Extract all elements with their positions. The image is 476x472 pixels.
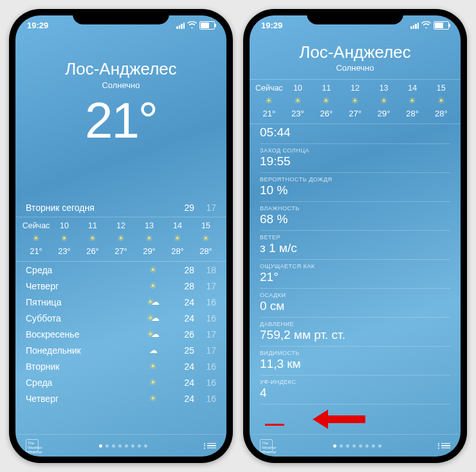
sun-icon: ☀ [135, 233, 163, 243]
condition: Солнечно [15, 80, 226, 90]
day-name: Суббота [26, 313, 134, 323]
hour-cell: 13☀29° [369, 84, 398, 118]
detail-label: ВЕРОЯТНОСТЬ ДОЖДЯ [260, 176, 450, 183]
day-low: 17 [194, 329, 216, 340]
day-name: Среда [26, 265, 134, 275]
day-high: 24 [172, 361, 194, 372]
day-high: 28 [172, 265, 194, 275]
detail-value: 0 см [260, 299, 450, 313]
detail-value: 4 [260, 386, 450, 400]
hour-temp: 29° [369, 109, 398, 118]
sun-icon: ☀ [255, 96, 284, 105]
detail-value: 21° [260, 270, 450, 284]
hour-cell: Сейчас☀21° [255, 84, 284, 118]
day-icon: ☁ [134, 345, 172, 355]
city-name: Лос-Анджелес [250, 42, 461, 62]
daily-row: Среда☀2818 [26, 262, 216, 278]
weather-channel-icon[interactable]: The Weather Channel [26, 439, 39, 452]
daily-row: Пятница☀☁2416 [26, 294, 216, 310]
hour-label: 14 [163, 221, 192, 230]
day-low: 16 [194, 394, 216, 404]
hour-temp: 27° [107, 246, 135, 256]
phone-right: 19:29 Лос-Анджелес Солнечно Сейчас☀21°10… [243, 9, 467, 463]
day-name: Вторник [26, 361, 134, 372]
day-name: Пятница [26, 297, 134, 307]
page-dots[interactable] [99, 444, 147, 448]
daily-row: Четверг☀2817 [26, 278, 216, 294]
sun-icon: ☀ [398, 96, 427, 105]
detail-label: ДАВЛЕНИЕ [260, 321, 450, 327]
current-temperature: 21° [15, 91, 226, 150]
detail-value: 10 % [260, 183, 450, 197]
day-name: Воскресенье [26, 329, 134, 340]
day-low: 16 [194, 361, 216, 372]
page-dots[interactable] [333, 444, 381, 448]
sun-icon: ☀ [163, 233, 192, 243]
detail-list[interactable]: 05:44 ЗАХОД СОЛНЦА19:55ВЕРОЯТНОСТЬ ДОЖДЯ… [250, 124, 461, 404]
hour-temp: 23° [50, 246, 78, 256]
annotation-underline [265, 424, 284, 426]
hour-temp: 28° [398, 109, 427, 118]
today-low: 17 [194, 203, 216, 213]
hour-label: 12 [107, 221, 135, 230]
sun-icon: ☀ [341, 96, 370, 105]
day-low: 18 [194, 265, 216, 275]
weather-screen-main[interactable]: 19:29 Лос-Анджелес Солнечно 21° Вторник … [15, 15, 226, 457]
detail-value: 68 % [260, 212, 450, 226]
detail-label: ОСАДКИ [260, 292, 450, 298]
sun-icon: ☀ [50, 233, 78, 243]
hour-cell: 12☀27° [107, 221, 135, 256]
detail-value: з 1 м/с [260, 241, 450, 255]
list-icon[interactable] [207, 443, 216, 449]
sun-icon: ☀ [192, 233, 220, 243]
daily-row: Воскресенье☀☁2617 [26, 326, 216, 342]
day-low: 16 [194, 313, 216, 323]
weather-screen-detail[interactable]: 19:29 Лос-Анджелес Солнечно Сейчас☀21°10… [250, 15, 461, 457]
day-icon: ☀☁ [134, 297, 172, 307]
hour-label: Сейчас [22, 221, 50, 230]
hourly-forecast[interactable]: Сейчас☀21°10☀23°11☀26°12☀27°13☀29°14☀28°… [15, 217, 226, 262]
hour-cell: 10☀23° [284, 84, 313, 118]
hour-label: 13 [135, 221, 163, 230]
footer-bar: The Weather Channel [15, 434, 226, 457]
phone-left: 19:29 Лос-Анджелес Солнечно 21° Вторник … [9, 9, 233, 463]
hour-cell: 10☀23° [50, 221, 78, 256]
detail-row: ВЕРОЯТНОСТЬ ДОЖДЯ10 % [260, 173, 450, 202]
daily-forecast[interactable]: Среда☀2818Четверг☀2817Пятница☀☁2416Суббо… [15, 262, 226, 406]
hour-label: 11 [78, 221, 107, 230]
hour-label: 15 [192, 221, 220, 230]
detail-row: УФ-ИНДЕКС4 [260, 376, 450, 404]
day-high: 26 [172, 329, 194, 340]
hourly-forecast[interactable]: Сейчас☀21°10☀23°11☀26°12☀27°13☀29°14☀28°… [250, 79, 461, 124]
hour-temp: 28° [426, 109, 455, 118]
day-icon: ☀ [134, 265, 172, 275]
sun-icon: ☀ [22, 233, 50, 243]
hour-label: 13 [369, 84, 398, 93]
detail-label: ОЩУЩАЕТСЯ КАК [260, 263, 450, 269]
detail-label: ВИДИМОСТЬ [260, 350, 450, 356]
list-icon[interactable] [441, 443, 450, 449]
hour-temp: 21° [22, 246, 50, 256]
condition: Солнечно [250, 63, 461, 73]
detail-label: ЗАХОД СОЛНЦА [260, 147, 450, 154]
hour-label: Сейчас [255, 84, 284, 93]
detail-label: ВЛАЖНОСТЬ [260, 205, 450, 212]
day-icon: ☀ [134, 394, 172, 403]
sun-icon: ☀ [284, 96, 313, 105]
hour-cell: 14☀28° [163, 221, 192, 256]
today-summary: Вторник сегодня 29 17 [15, 203, 226, 213]
sun-icon: ☀ [369, 96, 398, 105]
day-icon: ☀ [134, 281, 172, 291]
hour-temp: 27° [341, 109, 370, 118]
daily-row: Четверг☀2416 [26, 390, 216, 406]
day-high: 28 [172, 281, 194, 291]
detail-label: УФ-ИНДЕКС [260, 379, 450, 385]
hour-temp: 28° [163, 246, 192, 256]
weather-channel-icon[interactable]: The Weather Channel [260, 439, 273, 452]
hour-label: 10 [284, 84, 313, 93]
day-name: Среда [26, 377, 134, 388]
sun-icon: ☀ [426, 96, 455, 105]
day-low: 16 [194, 377, 216, 388]
detail-row: ВЛАЖНОСТЬ68 % [260, 202, 450, 231]
hour-cell: 13☀29° [135, 221, 163, 256]
